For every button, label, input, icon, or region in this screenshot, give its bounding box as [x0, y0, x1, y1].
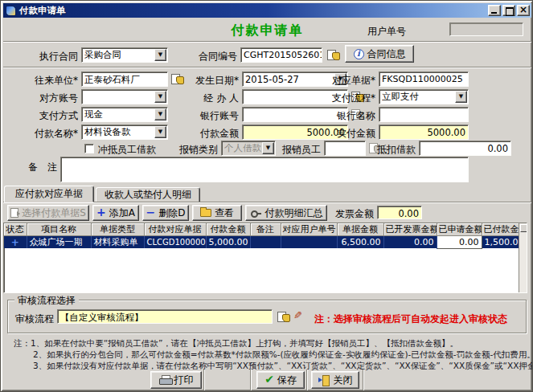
col-project[interactable]: 项目名称: [27, 223, 91, 236]
print-button[interactable]: 打印: [150, 371, 202, 389]
select-doc-icon: [10, 208, 18, 218]
delete-button[interactable]: 删除D: [142, 205, 189, 221]
reimburse-type-combo: 个人借款: [221, 141, 276, 156]
contract-picker-hand-icon[interactable]: [327, 49, 340, 60]
cell-invoiced[interactable]: 0.00: [383, 236, 437, 249]
chevron-down-icon[interactable]: [455, 91, 467, 103]
col-remark[interactable]: 备注: [250, 223, 281, 236]
view-button[interactable]: 查看: [192, 205, 242, 221]
col-status[interactable]: 状态: [4, 223, 27, 236]
date-label: 发生日期*: [189, 74, 239, 87]
cell-project[interactable]: 众城广场一期: [27, 236, 91, 249]
payables-grid: 状态 项目名称 单据类型 付款对应单据 付款金额 备注 对应用户单号 单据金额 …: [3, 223, 527, 293]
cell-paid[interactable]: 1,500.00: [482, 236, 519, 249]
user-no-field: [449, 22, 523, 36]
payflow-label: 支付流程*: [324, 92, 375, 104]
deduct-input[interactable]: 0.00: [419, 141, 511, 156]
exec-contract-combo[interactable]: 采购合同: [81, 47, 168, 63]
cell-remark[interactable]: [250, 236, 281, 249]
note-line-1: 注：1、如果在付款中要“报销员工借款”，请在【冲抵员工借款】上打钩，并填写好【报…: [14, 338, 458, 349]
audit-flow-label: 审核流程: [12, 312, 54, 325]
close-form-button[interactable]: 关闭: [311, 371, 359, 389]
divider: [3, 67, 531, 68]
plus-icon: [96, 207, 106, 218]
invoice-amount-input[interactable]: 0.00: [377, 206, 422, 219]
add-button[interactable]: 添加A: [92, 205, 139, 221]
paymethod-label: 支付方式: [14, 109, 78, 122]
col-doc-type[interactable]: 单据类型: [91, 223, 144, 236]
offset-loan-checkbox[interactable]: [84, 144, 94, 153]
actual-amount-label: 实付金额: [324, 127, 375, 140]
contract-no-label: 合同编号: [192, 50, 237, 63]
cell-applied-editor[interactable]: 0.00: [437, 236, 482, 249]
status-plus-icon: +: [11, 237, 19, 248]
contract-no-input[interactable]: CGHT2015052601: [240, 47, 322, 63]
payflow-combo[interactable]: 立即支付: [379, 89, 469, 104]
col-pay-doc[interactable]: 付款对应单据: [144, 223, 206, 236]
col-paid[interactable]: 已付款金额: [482, 223, 519, 236]
actual-amount-input[interactable]: 5000.00: [379, 125, 469, 140]
tab-payable-docs[interactable]: 应付款对应单据: [4, 186, 94, 202]
col-user-no[interactable]: 对应用户单号: [281, 223, 337, 236]
grid-header-row: 状态 项目名称 单据类型 付款对应单据 付款金额 备注 对应用户单号 单据金额 …: [4, 223, 519, 236]
reimburse-type-label: 报销类别: [176, 143, 218, 156]
chevron-down-icon: [262, 142, 274, 154]
unit-input[interactable]: 正泰砂石料厂: [81, 71, 168, 87]
check-icon: [264, 374, 274, 386]
footer-separator: [250, 370, 252, 390]
footer-separator: [306, 370, 308, 390]
chevron-down-icon[interactable]: [154, 49, 166, 61]
maximize-button[interactable]: [502, 5, 515, 16]
divider: [3, 41, 531, 43]
close-button[interactable]: [517, 5, 530, 16]
cell-pay-doc[interactable]: CLCGD100000030: [144, 236, 206, 249]
cell-doc-type[interactable]: 材料采购单: [91, 236, 144, 249]
printer-icon: [159, 375, 171, 385]
paymethod-combo[interactable]: 现金: [81, 107, 168, 122]
invoice-amount-label: 发票金额: [332, 207, 374, 220]
col-doc-amount[interactable]: 单据金额: [337, 223, 383, 236]
tab-payee-detail[interactable]: 收款人或垫付人明细: [96, 187, 200, 202]
reimburse-emp-input[interactable]: [324, 141, 366, 156]
folder-icon: [200, 209, 211, 217]
chevron-down-icon[interactable]: [154, 91, 166, 103]
grid-scrollbar[interactable]: [519, 223, 527, 292]
titlebar[interactable]: 付款申请单: [3, 3, 531, 18]
account-combo[interactable]: [81, 89, 168, 104]
key-icon: [250, 208, 262, 218]
bankname-label: 银行名称: [324, 109, 375, 122]
payment-request-window: 付款申请单 付款申请单 用户单号 执行合同 采购合同 合同编号 CGHT2015…: [0, 0, 533, 392]
audit-flow-group-title: 审核流程选择: [14, 294, 79, 308]
remark-label: 备 注: [25, 161, 57, 174]
table-row-selected[interactable]: + 众城广场一期 材料采购单 CLCGD100000030 5,000.00 6…: [4, 236, 519, 249]
pen-icon[interactable]: [293, 310, 302, 321]
account-label: 对方账号: [14, 92, 78, 104]
chevron-down-icon[interactable]: [154, 126, 166, 138]
deduct-label: 抵扣借款: [374, 143, 416, 156]
audit-flow-input[interactable]: 【自定义审核流程】: [57, 309, 273, 324]
contract-info-button[interactable]: 合同信息: [345, 45, 414, 63]
col-applied[interactable]: 已申请金额: [437, 223, 482, 236]
cell-doc-amount[interactable]: 6,500.00: [337, 236, 383, 249]
payables-table: 状态 项目名称 单据类型 付款对应单据 付款金额 备注 对应用户单号 单据金额 …: [4, 223, 520, 249]
bankname-input[interactable]: [379, 107, 469, 122]
payname-combo[interactable]: 材料设备款: [81, 125, 168, 140]
bankacct-label: 银行账号: [189, 109, 239, 122]
audit-flow-picker-hand-icon[interactable]: [277, 311, 290, 322]
minimize-button[interactable]: [488, 5, 501, 16]
col-invoiced[interactable]: 已开发票金额: [383, 223, 437, 236]
col-pay-amount[interactable]: 付款金额: [206, 223, 250, 236]
window-title: 付款申请单: [19, 5, 486, 17]
unit-picker-hand-icon[interactable]: [171, 73, 184, 84]
cell-pay-amount[interactable]: 5,000.00: [206, 236, 250, 249]
chevron-down-icon[interactable]: [154, 108, 166, 120]
payment-detail-summary-button[interactable]: 付款明细汇总: [245, 205, 327, 221]
handler-label: 经 办 人: [189, 92, 239, 104]
doc-input[interactable]: FKSQD110000025: [379, 71, 469, 87]
cell-user-no[interactable]: [281, 236, 337, 249]
doc-label: 对应单据*: [324, 74, 375, 87]
footer-separator: [203, 370, 205, 390]
remark-textarea[interactable]: [60, 157, 469, 182]
payname-label: 付款名称*: [14, 127, 78, 140]
save-button[interactable]: 保存: [256, 371, 305, 389]
